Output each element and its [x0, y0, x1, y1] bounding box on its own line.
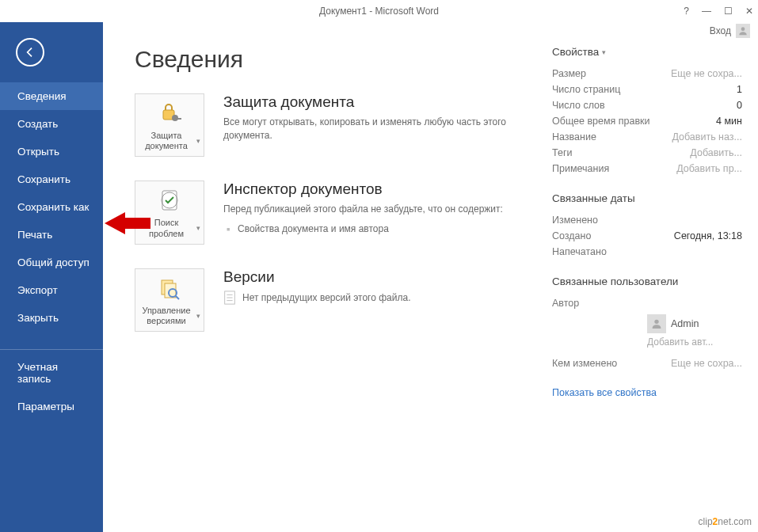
related-dates-heading: Связанные даты: [552, 192, 742, 204]
chevron-down-icon: ▾: [196, 224, 200, 233]
inspect-description: Перед публикацией этого файла не забудьт…: [223, 203, 509, 216]
last-modified-by-label: Кем изменено: [552, 358, 617, 369]
nav-new[interactable]: Создать: [0, 110, 103, 138]
title-bar: Документ1 - Microsoft Word ? — ☐ ✕: [0, 0, 758, 22]
last-modified-by-value: Еще не сохра...: [671, 358, 742, 369]
versions-icon: [157, 276, 182, 301]
author-avatar-icon: [647, 314, 666, 333]
nav-share[interactable]: Общий доступ: [0, 249, 103, 276]
help-icon[interactable]: ?: [684, 6, 689, 17]
protect-heading: Защита документа: [223, 93, 544, 111]
close-icon[interactable]: ✕: [745, 6, 753, 17]
inspect-section: Поиск проблем▾ Инспектор документов Пере…: [135, 180, 544, 244]
author-name[interactable]: Admin: [671, 318, 699, 329]
svg-line-9: [176, 296, 179, 299]
prop-size-value: Еще не сохра...: [671, 68, 742, 79]
window-title: Документ1 - Microsoft Word: [319, 6, 439, 17]
nav-open[interactable]: Открыть: [0, 138, 103, 165]
watermark: clip2net.com: [699, 516, 752, 527]
chevron-down-icon: ▾: [196, 312, 200, 321]
nav-options[interactable]: Параметры: [0, 393, 103, 420]
protect-section: Защита документа▾ Защита документа Все м…: [135, 93, 544, 157]
date-created-value: Сегодня, 13:18: [674, 230, 742, 241]
prop-notes-label: Примечания: [552, 163, 609, 174]
author-label: Автор: [552, 298, 579, 309]
prop-words-value: 0: [737, 100, 742, 111]
show-all-properties-link[interactable]: Показать все свойства: [552, 387, 742, 398]
chevron-down-icon: ▾: [196, 137, 200, 146]
nav-save-as[interactable]: Сохранить как: [0, 193, 103, 221]
page-title: Сведения: [135, 46, 544, 73]
minimize-icon[interactable]: —: [702, 6, 711, 17]
inspect-item: Свойства документа и имя автора: [223, 222, 544, 237]
backstage-sidebar: Сведения Создать Открыть Сохранить Сохра…: [0, 22, 103, 532]
inspect-heading: Инспектор документов: [223, 180, 544, 198]
versions-heading: Версии: [223, 268, 544, 286]
prop-edit-time-label: Общее время правки: [552, 116, 650, 127]
check-issues-button[interactable]: Поиск проблем▾: [135, 180, 204, 244]
nav-save[interactable]: Сохранить: [0, 165, 103, 193]
nav-export[interactable]: Экспорт: [0, 276, 103, 304]
document-icon: [223, 291, 236, 305]
prop-size-label: Размер: [552, 68, 586, 79]
svg-rect-3: [177, 118, 181, 120]
prop-tags-value[interactable]: Добавить...: [690, 147, 742, 158]
prop-title-value[interactable]: Добавить наз...: [672, 131, 742, 142]
related-users-heading: Связанные пользователи: [552, 276, 742, 287]
versions-section: Управление версиями▾ Версии Нет предыдущ…: [135, 268, 544, 332]
nav-close[interactable]: Закрыть: [0, 304, 103, 332]
back-button[interactable]: [16, 38, 44, 66]
document-check-icon: [157, 188, 182, 213]
versions-none-text: Нет предыдущих версий этого файла.: [242, 292, 411, 303]
date-printed-label: Напечатано: [552, 246, 607, 257]
prop-notes-value[interactable]: Добавить пр...: [676, 163, 742, 174]
prop-tags-label: Теги: [552, 147, 572, 158]
add-author-link[interactable]: Добавить авт...: [647, 336, 742, 348]
protect-document-button[interactable]: Защита документа▾: [135, 93, 204, 157]
prop-pages-value: 1: [737, 84, 742, 95]
prop-title-label: Название: [552, 131, 596, 142]
lock-key-icon: [157, 101, 182, 126]
prop-pages-label: Число страниц: [552, 84, 620, 95]
maximize-icon[interactable]: ☐: [724, 6, 733, 17]
nav-print[interactable]: Печать: [0, 221, 103, 249]
prop-words-label: Число слов: [552, 100, 605, 111]
prop-edit-time-value: 4 мин: [716, 116, 742, 127]
properties-heading[interactable]: Свойства▾: [552, 46, 742, 58]
chevron-down-icon: ▾: [602, 48, 606, 56]
date-modified-label: Изменено: [552, 215, 598, 226]
manage-versions-button[interactable]: Управление версиями▾: [135, 268, 204, 332]
svg-point-14: [654, 320, 658, 324]
date-created-label: Создано: [552, 230, 591, 241]
nav-account[interactable]: Учетная запись: [0, 353, 103, 393]
nav-info[interactable]: Сведения: [0, 82, 103, 110]
protect-description: Все могут открывать, копировать и изменя…: [223, 116, 509, 143]
